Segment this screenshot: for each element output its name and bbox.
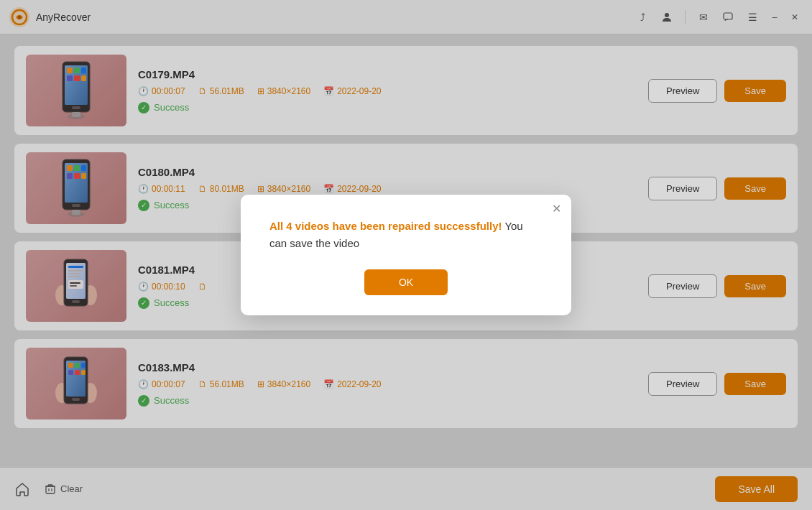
modal-highlight-text: All 4 videos have been repaired successf… xyxy=(269,220,502,232)
modal-close-button[interactable]: ✕ xyxy=(552,203,561,215)
modal-overlay: ✕ All 4 videos have been repaired succes… xyxy=(0,0,812,510)
modal-dialog: ✕ All 4 videos have been repaired succes… xyxy=(241,195,571,315)
modal-message: All 4 videos have been repaired successf… xyxy=(269,218,543,252)
modal-footer: OK xyxy=(269,269,543,295)
ok-button[interactable]: OK xyxy=(364,269,448,295)
